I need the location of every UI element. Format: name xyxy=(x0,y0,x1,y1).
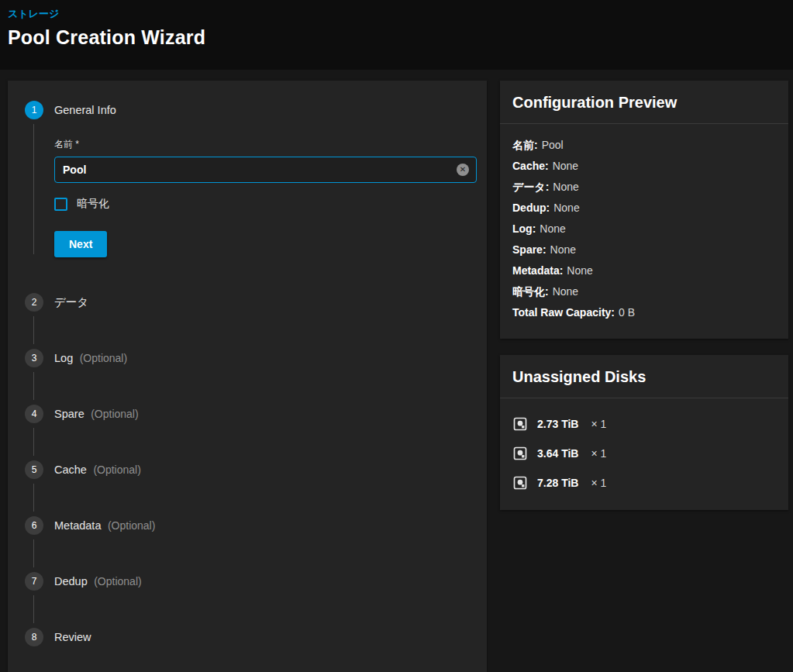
step-data: 2 データ xyxy=(25,293,470,312)
preview-label: 名前: xyxy=(512,139,538,151)
preview-row-spare: Spare:None xyxy=(512,240,776,260)
step-5-label[interactable]: Cache xyxy=(54,460,87,479)
step-7-circle[interactable]: 7 xyxy=(25,572,43,591)
step-3-optional: (Optional) xyxy=(80,352,127,364)
preview-value: None xyxy=(553,202,579,214)
name-input-wrap: ✕ xyxy=(54,157,477,183)
disk-count: × 1 xyxy=(591,418,606,430)
preview-row-log: Log:None xyxy=(512,219,776,240)
preview-row-metadata: Metadata:None xyxy=(512,260,776,281)
unassigned-disks-body: 2.73 TiB × 1 3.64 TiB × 1 7.28 TiB × 1 xyxy=(500,398,788,508)
preview-value: Pool xyxy=(542,139,564,151)
step-6-optional: (Optional) xyxy=(108,519,155,532)
next-button[interactable]: Next xyxy=(54,231,107,257)
preview-value: 0 B xyxy=(619,306,635,319)
step-general-info: 1 General Info 名前 * ✕ 暗号化 Next xyxy=(25,101,470,257)
hard-drive-icon xyxy=(512,446,528,461)
step-review: 8 Review xyxy=(25,628,470,646)
hard-drive-icon xyxy=(512,416,528,432)
pool-wizard-card: 1 General Info 名前 * ✕ 暗号化 Next 2 データ 3 xyxy=(8,81,487,672)
preview-value: None xyxy=(553,160,578,172)
preview-label: 暗号化: xyxy=(512,285,549,298)
step-8-circle[interactable]: 8 xyxy=(25,628,43,646)
hard-drive-icon xyxy=(512,475,528,491)
step-3-circle[interactable]: 3 xyxy=(25,349,43,367)
preview-value: None xyxy=(550,243,576,256)
preview-row-name: 名前:Pool xyxy=(512,135,776,156)
disk-row: 3.64 TiB × 1 xyxy=(512,439,776,468)
disk-count: × 1 xyxy=(591,447,606,460)
step-4-optional: (Optional) xyxy=(91,408,138,420)
configuration-preview-card: Configuration Preview 名前:Pool Cache:None… xyxy=(500,81,788,339)
preview-label: Total Raw Capacity: xyxy=(512,306,615,319)
step-4-label[interactable]: Spare xyxy=(54,405,84,423)
step-6-circle[interactable]: 6 xyxy=(25,516,43,535)
preview-label: データ: xyxy=(512,181,549,193)
step-5-circle[interactable]: 5 xyxy=(25,460,43,479)
clear-input-icon[interactable]: ✕ xyxy=(457,164,469,176)
step-spare: 4 Spare (Optional) xyxy=(25,405,470,423)
encryption-checkbox[interactable] xyxy=(54,198,67,211)
preview-label: Dedup: xyxy=(512,202,550,214)
disk-row: 2.73 TiB × 1 xyxy=(512,409,776,439)
unassigned-disks-header: Unassigned Disks xyxy=(500,355,788,398)
step-2-circle[interactable]: 2 xyxy=(25,293,43,312)
configuration-preview-header: Configuration Preview xyxy=(500,81,788,124)
unassigned-disks-title: Unassigned Disks xyxy=(512,368,776,386)
step-1-circle[interactable]: 1 xyxy=(25,101,43,119)
preview-row-capacity: Total Raw Capacity:0 B xyxy=(512,302,776,323)
disk-size: 2.73 TiB xyxy=(537,418,578,430)
preview-row-dedup: Dedup:None xyxy=(512,198,776,219)
step-log: 3 Log (Optional) xyxy=(25,349,470,367)
breadcrumb-storage-link[interactable]: ストレージ xyxy=(8,7,59,21)
preview-row-cache: Cache:None xyxy=(512,156,776,177)
step-metadata: 6 Metadata (Optional) xyxy=(25,516,470,535)
preview-value: None xyxy=(553,285,578,298)
step-3-label[interactable]: Log xyxy=(54,349,73,367)
encryption-checkbox-row: 暗号化 xyxy=(54,197,470,211)
unassigned-disks-card: Unassigned Disks 2.73 TiB × 1 3.64 TiB ×… xyxy=(500,355,788,510)
preview-label: Spare: xyxy=(512,243,546,256)
disk-row: 7.28 TiB × 1 xyxy=(512,468,776,498)
configuration-preview-title: Configuration Preview xyxy=(512,94,776,112)
step-5-optional: (Optional) xyxy=(93,464,140,476)
step-cache: 5 Cache (Optional) xyxy=(25,460,470,479)
disk-size: 3.64 TiB xyxy=(537,447,578,460)
step-7-optional: (Optional) xyxy=(94,575,141,588)
preview-row-data: データ:None xyxy=(512,177,776,198)
step-6-label[interactable]: Metadata xyxy=(54,516,101,535)
preview-row-encryption: 暗号化:None xyxy=(512,281,776,302)
page-title: Pool Creation Wizard xyxy=(8,26,785,49)
name-input[interactable] xyxy=(54,157,477,183)
general-info-form: 名前 * ✕ 暗号化 Next xyxy=(54,138,470,257)
step-7-label[interactable]: Dedup xyxy=(54,572,88,591)
preview-label: Log: xyxy=(512,222,536,235)
encryption-label[interactable]: 暗号化 xyxy=(77,197,109,211)
page-header: ストレージ Pool Creation Wizard xyxy=(0,0,793,70)
preview-label: Cache: xyxy=(512,160,549,172)
step-2-label[interactable]: データ xyxy=(54,293,88,312)
preview-value: None xyxy=(553,181,578,193)
preview-value: None xyxy=(540,222,565,235)
disk-count: × 1 xyxy=(591,477,606,489)
name-field-label: 名前 * xyxy=(54,138,470,151)
wizard-stepper: 1 General Info 名前 * ✕ 暗号化 Next 2 データ 3 xyxy=(8,81,487,667)
step-8-label[interactable]: Review xyxy=(54,628,91,646)
step-dedup: 7 Dedup (Optional) xyxy=(25,572,470,591)
preview-label: Metadata: xyxy=(512,264,563,277)
step-1-label[interactable]: General Info xyxy=(54,101,116,119)
disk-size: 7.28 TiB xyxy=(537,477,578,489)
step-4-circle[interactable]: 4 xyxy=(25,405,43,423)
preview-value: None xyxy=(567,264,592,277)
configuration-preview-body: 名前:Pool Cache:None データ:None Dedup:None L… xyxy=(500,124,788,334)
